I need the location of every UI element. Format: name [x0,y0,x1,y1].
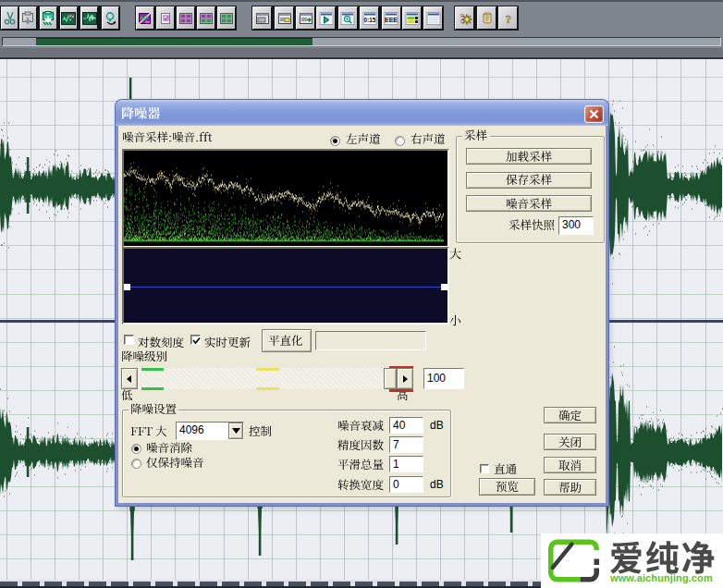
svg-text:?: ? [505,12,511,26]
svg-text:EEE: EEE [385,17,398,23]
svg-text:0:15: 0:15 [363,17,375,23]
